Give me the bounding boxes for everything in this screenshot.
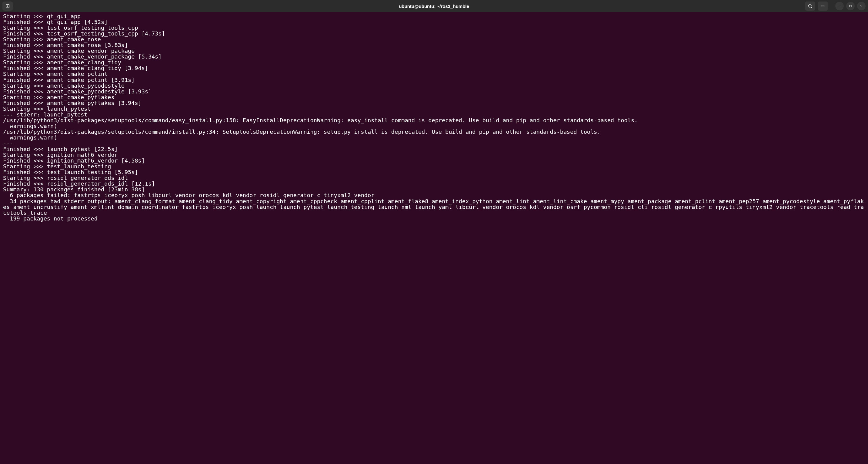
terminal-line: Starting >>> ament_cmake_clang_tidy [3, 59, 865, 65]
terminal-line: /usr/lib/python3/dist-packages/setuptool… [3, 117, 865, 123]
terminal-line: /usr/lib/python3/dist-packages/setuptool… [3, 129, 865, 135]
minimize-button[interactable] [835, 2, 844, 10]
terminal-line: Finished <<< ignition_math6_vendor [4.58… [3, 158, 865, 164]
terminal-line: Starting >>> test_launch_testing [3, 164, 865, 169]
terminal-line: Finished <<< ament_cmake_pycodestyle [3.… [3, 89, 865, 94]
terminal-line: Summary: 130 packages finished [23min 38… [3, 186, 865, 192]
titlebar-left [2, 1, 13, 10]
svg-line-4 [811, 7, 812, 8]
window-titlebar: ubuntu@ubuntu: ~/ros2_humble [0, 0, 868, 12]
terminal-line: 34 packages had stderr output: ament_cla… [3, 198, 865, 215]
terminal-line: 199 packages not processed [3, 215, 865, 222]
terminal-line: Finished <<< launch_pytest [22.5s] [3, 146, 865, 152]
terminal-line: Finished <<< ament_cmake_pclint [3.91s] [3, 77, 865, 83]
maximize-button[interactable] [846, 2, 855, 10]
terminal-line: Starting >>> launch_pytest [3, 106, 865, 112]
new-tab-button[interactable] [2, 1, 13, 10]
terminal-output[interactable]: Starting >>> qt_gui_appFinished <<< qt_g… [0, 12, 868, 464]
terminal-line: --- stderr: launch_pytest [3, 112, 865, 117]
terminal-line: Finished <<< ament_cmake_clang_tidy [3.9… [3, 65, 865, 71]
terminal-line: Starting >>> ament_cmake_pyflakes [3, 94, 865, 100]
terminal-line: Starting >>> test_osrf_testing_tools_cpp [3, 25, 865, 31]
svg-rect-9 [849, 5, 851, 7]
terminal-line: Starting >>> rosidl_generator_dds_idl [3, 175, 865, 181]
terminal-line: warnings.warn( [3, 123, 865, 129]
search-button[interactable] [805, 1, 815, 10]
terminal-line: Finished <<< ament_cmake_nose [3.83s] [3, 42, 865, 48]
terminal-line: --- [3, 140, 865, 146]
titlebar-right [805, 1, 866, 10]
terminal-line: Starting >>> ament_cmake_pycodestyle [3, 83, 865, 89]
terminal-line: Starting >>> ament_cmake_nose [3, 36, 865, 42]
terminal-line: Finished <<< rosidl_generator_dds_idl [1… [3, 181, 865, 186]
terminal-line: Finished <<< test_launch_testing [5.95s] [3, 169, 865, 175]
window-title: ubuntu@ubuntu: ~/ros2_humble [399, 4, 469, 9]
terminal-line: Finished <<< test_osrf_testing_tools_cpp… [3, 31, 865, 36]
terminal-line: Starting >>> ament_cmake_vendor_package [3, 48, 865, 54]
terminal-line: 6 packages failed: fastrtps iceoryx_posh… [3, 192, 865, 198]
close-button[interactable] [857, 2, 866, 10]
terminal-line: Starting >>> ignition_math6_vendor [3, 152, 865, 158]
terminal-line: Finished <<< ament_cmake_pyflakes [3.94s… [3, 100, 865, 106]
terminal-line: Finished <<< ament_cmake_vendor_package … [3, 54, 865, 59]
terminal-line: warnings.warn( [3, 135, 865, 140]
terminal-line: Finished <<< qt_gui_app [4.52s] [3, 19, 865, 25]
svg-point-3 [809, 4, 811, 7]
terminal-line: Starting >>> ament_cmake_pclint [3, 71, 865, 77]
menu-button[interactable] [818, 1, 828, 10]
terminal-line: Starting >>> qt_gui_app [3, 13, 865, 19]
